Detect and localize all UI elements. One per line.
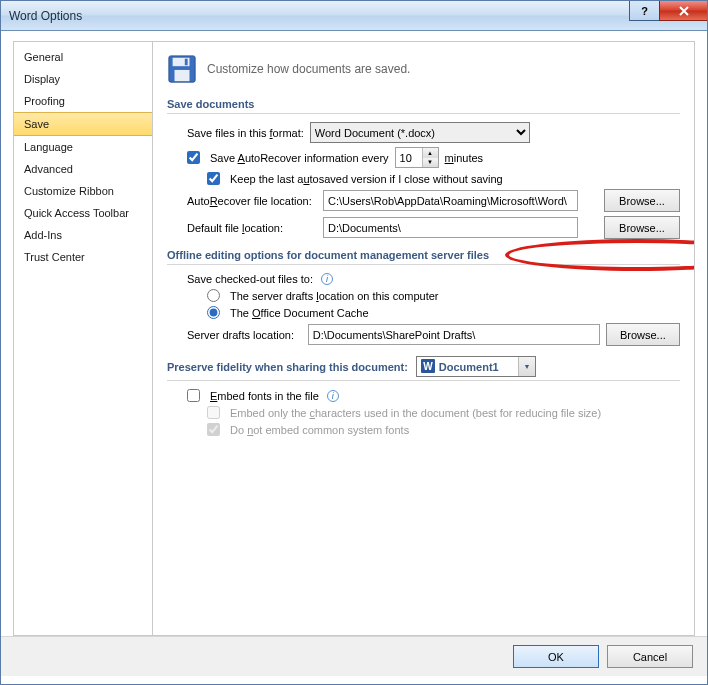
autorecover-label: Save AutoRecover information every bbox=[210, 152, 389, 164]
default-loc-label: Default file location: bbox=[187, 222, 317, 234]
svg-rect-2 bbox=[175, 70, 190, 81]
default-loc-input[interactable] bbox=[323, 217, 578, 238]
sidebar-item-addins[interactable]: Add-Ins bbox=[14, 224, 152, 246]
autorecover-checkbox[interactable] bbox=[187, 151, 200, 164]
radio-office-cache-label: The Office Document Cache bbox=[230, 307, 369, 319]
embed-fonts-label: Embed fonts in the file bbox=[210, 390, 319, 402]
fidelity-label: Preserve fidelity when sharing this docu… bbox=[167, 361, 408, 373]
spinner-down-icon[interactable]: ▼ bbox=[423, 158, 438, 168]
save-format-select[interactable]: Word Document (*.docx) bbox=[310, 122, 530, 143]
sidebar-item-qat[interactable]: Quick Access Toolbar bbox=[14, 202, 152, 224]
autorecover-loc-input[interactable] bbox=[323, 190, 578, 211]
ok-button[interactable]: OK bbox=[513, 645, 599, 668]
checked-out-label: Save checked-out files to: bbox=[187, 273, 313, 285]
info-icon[interactable]: i bbox=[327, 390, 339, 402]
group-save-documents: Save documents bbox=[167, 98, 680, 114]
sidebar-item-trust[interactable]: Trust Center bbox=[14, 246, 152, 268]
radio-office-cache[interactable] bbox=[207, 306, 220, 319]
group-offline: Offline editing options for document man… bbox=[167, 249, 680, 265]
fidelity-doc-select[interactable]: W Document1 ▼ bbox=[416, 356, 536, 377]
minutes-label: minutes bbox=[445, 152, 484, 164]
content-pane: Customize how documents are saved. Save … bbox=[153, 41, 695, 636]
embed-common-label: Do not embed common system fonts bbox=[230, 424, 409, 436]
embed-fonts-checkbox[interactable] bbox=[187, 389, 200, 402]
sidebar-item-proofing[interactable]: Proofing bbox=[14, 90, 152, 112]
keep-last-checkbox[interactable] bbox=[207, 172, 220, 185]
browse-default-button[interactable]: Browse... bbox=[604, 216, 680, 239]
svg-rect-3 bbox=[185, 59, 188, 66]
embed-common-checkbox bbox=[207, 423, 220, 436]
svg-text:W: W bbox=[423, 361, 433, 372]
sidebar-item-customize-ribbon[interactable]: Customize Ribbon bbox=[14, 180, 152, 202]
autorecover-loc-label: AutoRecover file location: bbox=[187, 195, 317, 207]
cancel-button[interactable]: Cancel bbox=[607, 645, 693, 668]
autorecover-minutes-value: 10 bbox=[400, 152, 412, 164]
embed-chars-checkbox bbox=[207, 406, 220, 419]
floppy-icon bbox=[167, 54, 197, 84]
radio-server-drafts-label: The server drafts location on this compu… bbox=[230, 290, 439, 302]
sidebar-item-advanced[interactable]: Advanced bbox=[14, 158, 152, 180]
sidebar-item-general[interactable]: General bbox=[14, 46, 152, 68]
close-button[interactable] bbox=[659, 1, 707, 21]
fidelity-doc-name: Document1 bbox=[439, 361, 499, 373]
autorecover-minutes-spinner[interactable]: 10 ▲▼ bbox=[395, 147, 439, 168]
close-icon bbox=[678, 6, 690, 16]
sidebar: General Display Proofing Save Language A… bbox=[13, 41, 153, 636]
header-tagline: Customize how documents are saved. bbox=[207, 62, 410, 76]
sidebar-item-language[interactable]: Language bbox=[14, 136, 152, 158]
radio-server-drafts[interactable] bbox=[207, 289, 220, 302]
browse-autorecover-button[interactable]: Browse... bbox=[604, 189, 680, 212]
server-drafts-input[interactable] bbox=[308, 324, 600, 345]
embed-chars-label: Embed only the characters used in the do… bbox=[230, 407, 601, 419]
sidebar-item-save[interactable]: Save bbox=[14, 112, 152, 136]
window-title: Word Options bbox=[9, 9, 82, 23]
keep-last-label: Keep the last autosaved version if I clo… bbox=[230, 173, 503, 185]
browse-drafts-button[interactable]: Browse... bbox=[606, 323, 680, 346]
format-label: Save files in this format: bbox=[187, 127, 304, 139]
chevron-down-icon: ▼ bbox=[518, 357, 535, 376]
spinner-up-icon[interactable]: ▲ bbox=[423, 148, 438, 158]
server-drafts-label: Server drafts location: bbox=[187, 329, 302, 341]
help-button[interactable]: ? bbox=[629, 1, 659, 21]
word-doc-icon: W bbox=[421, 359, 435, 375]
dialog-footer: OK Cancel bbox=[1, 636, 707, 676]
group-fidelity: Preserve fidelity when sharing this docu… bbox=[167, 356, 680, 381]
sidebar-item-display[interactable]: Display bbox=[14, 68, 152, 90]
info-icon[interactable]: i bbox=[321, 273, 333, 285]
titlebar: Word Options ? bbox=[1, 1, 707, 31]
